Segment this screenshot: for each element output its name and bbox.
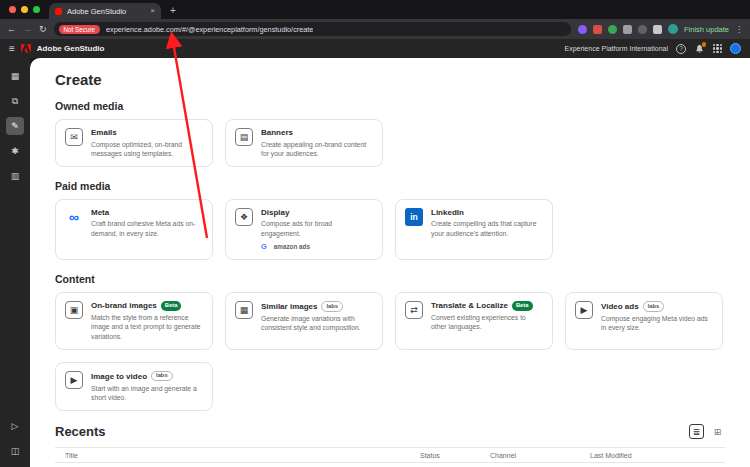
card-desc: Compose optimized, on-brand messages usi…	[91, 140, 203, 158]
owned-media-cards: ✉ Emails Compose optimized, on-brand mes…	[55, 119, 725, 167]
table-row[interactable]: Email: Untitled Draft - 07/15/25, 07:50 …	[55, 463, 725, 467]
card-title: Emails	[91, 128, 117, 137]
google-logo-icon: G	[261, 242, 267, 251]
new-tab-button[interactable]: +	[170, 5, 176, 16]
section-paid-media-label: Paid media	[55, 180, 725, 192]
meta-icon: ∞	[65, 208, 83, 226]
sidebar-item-feedback[interactable]: ◫	[6, 442, 24, 460]
card-emails[interactable]: ✉ Emails Compose optimized, on-brand mes…	[55, 119, 213, 167]
page-title: Create	[55, 71, 725, 88]
user-avatar[interactable]	[730, 43, 741, 54]
sidebar-item-home[interactable]: ▦	[6, 67, 24, 85]
browser-toolbar: ← → ↻ Not Secure experience.adobe.com/#/…	[0, 19, 750, 39]
card-similar-images[interactable]: ▦ Similar images labs Generate image var…	[225, 292, 383, 350]
card-desc: Match the style from a reference image a…	[91, 313, 203, 341]
finish-update-button[interactable]: Finish update	[684, 25, 729, 34]
help-icon[interactable]: ?	[676, 44, 686, 54]
card-desc: Create appealing on-brand content for yo…	[261, 140, 373, 158]
extension-icon-4[interactable]	[623, 25, 632, 34]
card-title: Translate & Localize	[431, 301, 508, 310]
labs-badge: labs	[643, 301, 665, 312]
column-last-modified: Last Modified	[590, 452, 695, 459]
extension-icon-1[interactable]	[578, 25, 587, 34]
labs-badge: labs	[321, 301, 343, 312]
tab-title: Adobe GenStudio	[67, 7, 145, 16]
browser-tab[interactable]: Adobe GenStudio ×	[49, 3, 161, 19]
adobe-logo-icon	[21, 44, 31, 53]
security-badge[interactable]: Not Secure	[59, 25, 101, 34]
sidebar-item-insights[interactable]: ▥	[6, 167, 24, 185]
window-minimize-button[interactable]	[21, 6, 28, 13]
card-on-brand-images[interactable]: ▣ On-brand images Beta Match the style f…	[55, 292, 213, 350]
column-status: Status	[420, 452, 490, 459]
hamburger-menu-icon[interactable]: ≡	[9, 44, 15, 54]
notification-badge	[702, 42, 707, 47]
sidebar-item-assets[interactable]: ✱	[6, 142, 24, 160]
sidebar-item-media[interactable]: ▷	[6, 417, 24, 435]
app-title: Adobe GenStudio	[37, 44, 105, 53]
amazon-ads-logo: amazon ads	[274, 243, 310, 250]
card-desc: Craft brand cohesive Meta ads on-demand,…	[91, 219, 203, 237]
video-ads-icon: ▶	[575, 301, 593, 319]
column-channel: Channel	[490, 452, 590, 459]
card-title: Similar images	[261, 302, 317, 311]
app-header: ≡ Adobe GenStudio Experience Platform In…	[0, 39, 750, 58]
card-title: Meta	[91, 208, 109, 217]
recents-heading: Recents	[55, 424, 106, 439]
extension-icon-2[interactable]	[593, 25, 602, 34]
main-content: Create Owned media ✉ Emails Compose opti…	[30, 58, 750, 467]
reload-icon[interactable]: ↻	[39, 25, 47, 34]
address-bar[interactable]: Not Secure experience.adobe.com/#/@exper…	[54, 22, 571, 36]
paid-media-cards: ∞ Meta Craft brand cohesive Meta ads on-…	[55, 199, 725, 260]
browser-menu-icon[interactable]: ⋮	[735, 25, 743, 34]
org-switcher[interactable]: Experience Platform International	[565, 45, 669, 52]
notifications-bell-icon[interactable]	[694, 43, 705, 54]
url-text: experience.adobe.com/#/@experienceplatfo…	[106, 25, 313, 34]
beta-badge: Beta	[512, 301, 533, 311]
view-toggles: ≣ ⊞	[689, 424, 725, 439]
back-icon[interactable]: ←	[7, 25, 16, 34]
card-title: LinkedIn	[431, 208, 464, 217]
sidebar-item-create[interactable]: ✎	[6, 117, 24, 135]
puzzle-icon[interactable]	[653, 25, 662, 34]
emails-icon: ✉	[65, 128, 83, 146]
card-title: Image to video	[91, 372, 147, 381]
app-switcher-icon[interactable]	[713, 44, 722, 53]
recents-table-header: Title Status Channel Last Modified	[55, 447, 725, 463]
card-video-ads[interactable]: ▶ Video ads labs Compose engaging Meta v…	[565, 292, 723, 350]
card-translate-localize[interactable]: ⇄ Translate & Localize Beta Convert exis…	[395, 292, 553, 350]
section-owned-media-label: Owned media	[55, 100, 725, 112]
card-banners[interactable]: ▤ Banners Create appealing on-brand cont…	[225, 119, 383, 167]
extension-icon-5[interactable]	[638, 25, 647, 34]
browser-profile-avatar[interactable]	[668, 24, 678, 34]
card-meta[interactable]: ∞ Meta Craft brand cohesive Meta ads on-…	[55, 199, 213, 260]
extensions-area: Finish update ⋮	[578, 24, 743, 34]
card-title: Display	[261, 208, 289, 217]
tab-close-icon[interactable]: ×	[150, 7, 155, 15]
display-icon: ❖	[235, 208, 253, 226]
image-to-video-icon: ▶	[65, 371, 83, 389]
linkedin-icon: in	[405, 208, 423, 226]
left-rail: ▦ ⧉ ✎ ✱ ▥ ▷ ◫	[0, 58, 30, 467]
card-display[interactable]: ❖ Display Compose ads for broad engageme…	[225, 199, 383, 260]
list-view-button[interactable]: ≣	[689, 424, 704, 439]
section-content-label: Content	[55, 273, 725, 285]
similar-images-icon: ▦	[235, 301, 253, 319]
window-controls	[0, 0, 49, 19]
extension-icon-3[interactable]	[608, 25, 617, 34]
card-image-to-video[interactable]: ▶ Image to video labs Start with an imag…	[55, 362, 213, 411]
card-linkedin[interactable]: in LinkedIn Create compelling ads that c…	[395, 199, 553, 260]
on-brand-images-icon: ▣	[65, 301, 83, 319]
translate-icon: ⇄	[405, 301, 423, 319]
grid-view-button[interactable]: ⊞	[710, 424, 725, 439]
card-desc: Generate image variations with consisten…	[261, 314, 373, 332]
card-desc: Compose ads for broad engagement.	[261, 219, 373, 237]
forward-icon[interactable]: →	[23, 25, 32, 34]
browser-tab-strip: Adobe GenStudio × +	[0, 0, 750, 19]
card-title: On-brand images	[91, 301, 157, 310]
window-zoom-button[interactable]	[33, 6, 40, 13]
sidebar-item-projects[interactable]: ⧉	[6, 92, 24, 110]
card-desc: Convert existing experiences to other la…	[431, 313, 543, 331]
banners-icon: ▤	[235, 128, 253, 146]
window-close-button[interactable]	[9, 6, 16, 13]
